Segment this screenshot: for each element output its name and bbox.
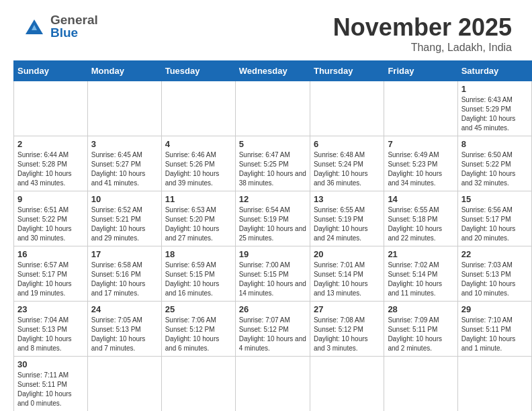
day-number: 24 — [91, 304, 158, 314]
day-info: Sunrise: 6:49 AM Sunset: 5:23 PM Dayligh… — [388, 150, 453, 188]
day-number: 2 — [17, 139, 84, 149]
day-info: Sunrise: 7:02 AM Sunset: 5:14 PM Dayligh… — [388, 261, 453, 298]
table-row: 6Sunrise: 6:48 AM Sunset: 5:24 PM Daylig… — [310, 136, 384, 191]
day-number: 27 — [314, 304, 380, 314]
table-row: 5Sunrise: 6:47 AM Sunset: 5:25 PM Daylig… — [235, 136, 310, 191]
calendar-row: 16Sunrise: 6:57 AM Sunset: 5:17 PM Dayli… — [14, 246, 532, 302]
day-info: Sunrise: 6:53 AM Sunset: 5:20 PM Dayligh… — [165, 205, 232, 243]
day-number: 30 — [17, 359, 84, 369]
day-number: 18 — [165, 249, 232, 259]
table-row: 2Sunrise: 6:44 AM Sunset: 5:28 PM Daylig… — [14, 136, 88, 191]
day-info: Sunrise: 6:55 AM Sunset: 5:19 PM Dayligh… — [314, 205, 380, 243]
day-number: 22 — [461, 249, 528, 259]
table-row — [161, 357, 235, 412]
day-number: 10 — [91, 194, 158, 204]
day-info: Sunrise: 7:05 AM Sunset: 5:13 PM Dayligh… — [91, 316, 158, 353]
day-info: Sunrise: 6:47 AM Sunset: 5:25 PM Dayligh… — [239, 150, 306, 188]
day-number: 7 — [388, 139, 453, 149]
day-info: Sunrise: 6:54 AM Sunset: 5:19 PM Dayligh… — [239, 205, 306, 243]
day-number: 20 — [314, 249, 380, 259]
header-row: Sunday Monday Tuesday Wednesday Thursday… — [14, 61, 532, 81]
day-number: 8 — [461, 139, 528, 149]
calendar-body: 1Sunrise: 6:43 AM Sunset: 5:29 PM Daylig… — [14, 81, 532, 412]
table-row — [87, 81, 161, 136]
table-row: 15Sunrise: 6:56 AM Sunset: 5:17 PM Dayli… — [457, 191, 531, 246]
table-row — [310, 81, 384, 136]
day-number: 14 — [388, 194, 453, 204]
table-row: 26Sunrise: 7:07 AM Sunset: 5:12 PM Dayli… — [235, 302, 310, 357]
table-row: 7Sunrise: 6:49 AM Sunset: 5:23 PM Daylig… — [384, 136, 457, 191]
table-row: 23Sunrise: 7:04 AM Sunset: 5:13 PM Dayli… — [14, 302, 88, 357]
table-row — [235, 81, 310, 136]
table-row — [384, 357, 457, 412]
day-info: Sunrise: 7:09 AM Sunset: 5:11 PM Dayligh… — [388, 316, 453, 353]
table-row: 13Sunrise: 6:55 AM Sunset: 5:19 PM Dayli… — [310, 191, 384, 246]
table-row: 22Sunrise: 7:03 AM Sunset: 5:13 PM Dayli… — [457, 246, 531, 302]
day-number: 16 — [17, 249, 84, 259]
table-row: 28Sunrise: 7:09 AM Sunset: 5:11 PM Dayli… — [384, 302, 457, 357]
table-row: 19Sunrise: 7:00 AM Sunset: 5:15 PM Dayli… — [235, 246, 310, 302]
day-number: 28 — [388, 304, 453, 314]
title-block: November 2025 Thang, Ladakh, India — [333, 13, 512, 54]
table-row — [87, 357, 161, 412]
day-info: Sunrise: 7:01 AM Sunset: 5:14 PM Dayligh… — [314, 261, 380, 298]
day-number: 11 — [165, 194, 232, 204]
table-row — [235, 357, 310, 412]
table-row: 30Sunrise: 7:11 AM Sunset: 5:11 PM Dayli… — [14, 357, 88, 412]
col-thursday: Thursday — [310, 61, 384, 81]
table-row: 29Sunrise: 7:10 AM Sunset: 5:11 PM Dayli… — [457, 302, 531, 357]
day-number: 26 — [239, 304, 306, 314]
day-number: 9 — [17, 194, 84, 204]
day-number: 29 — [461, 304, 528, 314]
calendar-header: Sunday Monday Tuesday Wednesday Thursday… — [14, 61, 532, 81]
col-tuesday: Tuesday — [161, 61, 235, 81]
day-info: Sunrise: 7:04 AM Sunset: 5:13 PM Dayligh… — [17, 316, 84, 353]
day-info: Sunrise: 7:07 AM Sunset: 5:12 PM Dayligh… — [239, 316, 306, 353]
day-number: 19 — [239, 249, 306, 259]
col-monday: Monday — [87, 61, 161, 81]
day-info: Sunrise: 6:48 AM Sunset: 5:24 PM Dayligh… — [314, 150, 380, 188]
day-info: Sunrise: 7:03 AM Sunset: 5:13 PM Dayligh… — [461, 261, 528, 298]
day-info: Sunrise: 6:56 AM Sunset: 5:17 PM Dayligh… — [461, 205, 528, 243]
day-number: 23 — [17, 304, 84, 314]
day-info: Sunrise: 6:44 AM Sunset: 5:28 PM Dayligh… — [17, 150, 84, 188]
calendar-row: 9Sunrise: 6:51 AM Sunset: 5:22 PM Daylig… — [14, 191, 532, 246]
table-row: 10Sunrise: 6:52 AM Sunset: 5:21 PM Dayli… — [87, 191, 161, 246]
calendar-row: 2Sunrise: 6:44 AM Sunset: 5:28 PM Daylig… — [14, 136, 532, 191]
day-number: 3 — [91, 139, 158, 149]
day-info: Sunrise: 6:45 AM Sunset: 5:27 PM Dayligh… — [91, 150, 158, 188]
table-row — [457, 357, 531, 412]
col-friday: Friday — [384, 61, 457, 81]
table-row: 1Sunrise: 6:43 AM Sunset: 5:29 PM Daylig… — [457, 81, 531, 136]
day-number: 5 — [239, 139, 306, 149]
table-row: 4Sunrise: 6:46 AM Sunset: 5:26 PM Daylig… — [161, 136, 235, 191]
day-number: 15 — [461, 194, 528, 204]
table-row: 9Sunrise: 6:51 AM Sunset: 5:22 PM Daylig… — [14, 191, 88, 246]
table-row — [161, 81, 235, 136]
day-info: Sunrise: 6:58 AM Sunset: 5:16 PM Dayligh… — [91, 261, 158, 298]
table-row: 25Sunrise: 7:06 AM Sunset: 5:12 PM Dayli… — [161, 302, 235, 357]
table-row — [384, 81, 457, 136]
calendar-wrapper: Sunday Monday Tuesday Wednesday Thursday… — [0, 60, 532, 411]
logo-general-text: General — [50, 13, 98, 27]
table-row: 3Sunrise: 6:45 AM Sunset: 5:27 PM Daylig… — [87, 136, 161, 191]
table-row: 14Sunrise: 6:55 AM Sunset: 5:18 PM Dayli… — [384, 191, 457, 246]
day-number: 12 — [239, 194, 306, 204]
logo: General Blue — [20, 13, 98, 39]
day-info: Sunrise: 6:59 AM Sunset: 5:15 PM Dayligh… — [165, 261, 232, 298]
table-row: 27Sunrise: 7:08 AM Sunset: 5:12 PM Dayli… — [310, 302, 384, 357]
table-row: 18Sunrise: 6:59 AM Sunset: 5:15 PM Dayli… — [161, 246, 235, 302]
table-row: 8Sunrise: 6:50 AM Sunset: 5:22 PM Daylig… — [457, 136, 531, 191]
day-info: Sunrise: 7:06 AM Sunset: 5:12 PM Dayligh… — [165, 316, 232, 353]
calendar-row: 23Sunrise: 7:04 AM Sunset: 5:13 PM Dayli… — [14, 302, 532, 357]
day-number: 4 — [165, 139, 232, 149]
day-number: 6 — [314, 139, 380, 149]
location: Thang, Ladakh, India — [333, 42, 512, 54]
table-row: 21Sunrise: 7:02 AM Sunset: 5:14 PM Dayli… — [384, 246, 457, 302]
calendar-row: 1Sunrise: 6:43 AM Sunset: 5:29 PM Daylig… — [14, 81, 532, 136]
day-info: Sunrise: 7:10 AM Sunset: 5:11 PM Dayligh… — [461, 316, 528, 353]
page-header: General Blue November 2025 Thang, Ladakh… — [0, 0, 532, 60]
day-info: Sunrise: 6:43 AM Sunset: 5:29 PM Dayligh… — [461, 95, 528, 133]
day-number: 13 — [314, 194, 380, 204]
col-wednesday: Wednesday — [235, 61, 310, 81]
